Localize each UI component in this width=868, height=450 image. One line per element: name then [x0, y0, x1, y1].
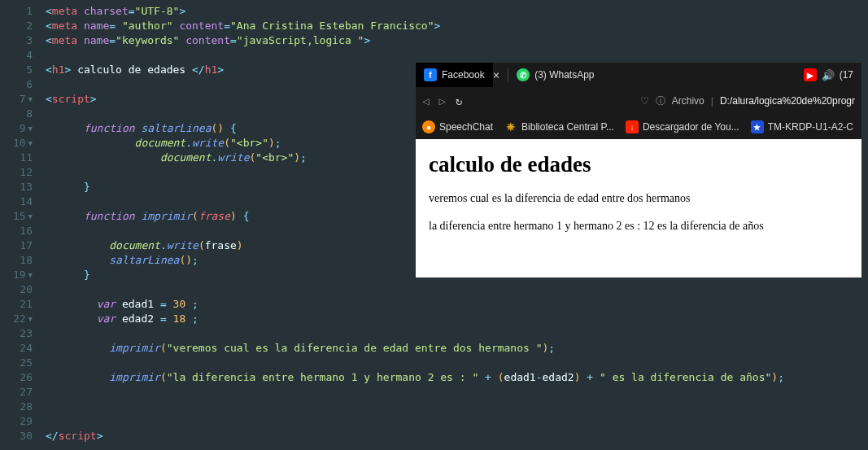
fold-icon[interactable]: ▼: [28, 268, 33, 282]
page-content: calculo de edades veremos cual es la dif…: [416, 139, 861, 277]
meta-name: author: [129, 20, 167, 32]
download-icon: ↓: [626, 120, 639, 133]
line-number: 25: [20, 356, 33, 370]
var-val: 18: [173, 312, 186, 325]
meta-content: javaScript,logica: [243, 34, 358, 46]
line-number: 27: [20, 385, 33, 400]
fold-icon[interactable]: ▼: [28, 136, 33, 151]
tab-label: Facebook: [442, 69, 485, 81]
whatsapp-icon: ✆: [517, 68, 530, 81]
var-name: edad2: [122, 312, 154, 325]
line-number: 7: [20, 92, 26, 107]
line-number: 4: [26, 48, 33, 63]
line-number: 6: [26, 77, 33, 92]
line-number: 20: [20, 282, 33, 297]
line-number: 15: [13, 209, 26, 224]
nav-bar: ◁ ▷ ↻ ♡ ⓘ Archivo | D:/alura/logica%20de…: [416, 87, 861, 115]
line-number: 13: [20, 180, 33, 194]
line-number: 24: [20, 341, 33, 356]
var-val: 30: [173, 298, 186, 310]
str: "la diferencia entre hermano 1 y hermano…: [167, 371, 479, 383]
var-ref: edad2: [543, 371, 574, 383]
line-number: 28: [20, 400, 33, 414]
bookmark-bar: ●SpeechChat ✷Biblioteca Central P... ↓De…: [416, 115, 861, 139]
line-number: 3: [26, 33, 33, 48]
page-paragraph: veremos cual es la diferencia de edad en…: [429, 192, 848, 205]
line-number: 30: [20, 429, 33, 443]
tab-facebook[interactable]: f Facebook: [416, 63, 493, 87]
line-number: 19: [13, 268, 26, 282]
line-number: 23: [20, 326, 33, 341]
bookmark-tmkrdp[interactable]: ★TM-KRDP-U1-A2-C: [751, 120, 853, 133]
line-number: 29: [20, 414, 33, 429]
fold-icon[interactable]: ▼: [28, 209, 33, 224]
meta-name: keywords: [122, 34, 173, 46]
back-button[interactable]: ◁: [422, 94, 429, 107]
fold-icon[interactable]: ▼: [28, 312, 33, 326]
line-number: 1: [26, 4, 33, 19]
tab-whatsapp[interactable]: ✆ (3) WhatsApp: [508, 63, 602, 87]
str: "veremos cual es la diferencia de edad e…: [167, 342, 543, 354]
line-number: 5: [26, 63, 33, 77]
biblioteca-icon: ✷: [504, 120, 517, 133]
method: write: [192, 137, 224, 149]
youtube-icon: ▶: [804, 68, 817, 81]
bm-label: SpeechChat: [439, 121, 493, 133]
bm-label: Descargador de You...: [643, 121, 739, 133]
method: write: [167, 239, 198, 251]
tab-bar: f Facebook × ✆ (3) WhatsApp ▶ 🔊 (17: [416, 63, 861, 87]
line-number: 17: [20, 238, 33, 253]
addr-path: D:/alura/logica%20de%20progr: [720, 95, 855, 107]
addr-proto: Archivo: [672, 95, 704, 107]
page-paragraph: la diferencia entre hermano 1 y hermano …: [429, 220, 848, 233]
bookmark-descargador[interactable]: ↓Descargador de You...: [626, 120, 739, 133]
call: imprimir: [109, 371, 160, 383]
address-bar[interactable]: ♡ ⓘ Archivo | D:/alura/logica%20de%20pro…: [472, 94, 855, 108]
str: " es la diferencia de años": [600, 371, 771, 383]
line-number: 12: [20, 165, 33, 180]
fn-name: saltarLinea: [141, 122, 211, 134]
tab-label: (3) WhatsApp: [534, 69, 594, 81]
bookmark-speechchat[interactable]: ●SpeechChat: [422, 120, 493, 133]
star-icon: ★: [751, 120, 764, 133]
bm-label: TM-KRDP-U1-A2-C: [768, 121, 853, 133]
call: saltarLinea: [109, 254, 179, 266]
str-br: "<br>": [230, 137, 268, 149]
line-number: 11: [20, 151, 33, 165]
line-number: 2: [26, 19, 33, 33]
speechchat-icon: ●: [422, 120, 435, 133]
str-br: "<br>": [255, 151, 294, 164]
var-name: edad1: [122, 298, 154, 310]
fold-icon[interactable]: ▼: [28, 121, 33, 136]
line-number: 16: [20, 224, 33, 238]
facebook-icon: f: [424, 68, 437, 81]
param: frase: [198, 210, 230, 222]
reload-button[interactable]: ↻: [456, 94, 462, 107]
info-icon: ⓘ: [656, 94, 665, 108]
h1-text: calculo de edades: [71, 63, 192, 76]
line-number: 9: [20, 121, 26, 136]
tab-label: (17: [840, 69, 853, 81]
var-ref: edad1: [504, 371, 536, 383]
fold-icon[interactable]: ▼: [28, 92, 33, 107]
meta-charset: UTF-8: [141, 5, 172, 17]
line-number: 8: [26, 107, 33, 121]
close-icon[interactable]: ×: [493, 68, 508, 81]
page-title: calculo de edades: [429, 152, 848, 177]
line-number: 21: [20, 297, 33, 312]
call: imprimir: [109, 342, 160, 354]
forward-button[interactable]: ▷: [438, 94, 445, 107]
bookmark-icon[interactable]: ♡: [640, 95, 649, 107]
tab-youtube[interactable]: ▶ 🔊 (17: [796, 63, 861, 87]
bm-label: Biblioteca Central P...: [521, 121, 614, 133]
gutter: 1 2 3 4 5 6 7▼ 8 9▼ 10▼ 11 12 13 14 15▼ …: [0, 0, 39, 450]
line-number: 10: [13, 136, 26, 151]
bookmark-biblioteca[interactable]: ✷Biblioteca Central P...: [504, 120, 614, 133]
line-number: 18: [20, 253, 33, 268]
meta-content: Ana Cristina Esteban Francisco: [237, 20, 428, 32]
volume-icon: 🔊: [822, 69, 835, 81]
browser-window: f Facebook × ✆ (3) WhatsApp ▶ 🔊 (17 ◁ ▷ …: [415, 62, 862, 278]
line-number: 26: [20, 370, 33, 385]
line-number: 22: [13, 312, 26, 326]
fn-name: imprimir: [141, 210, 192, 222]
